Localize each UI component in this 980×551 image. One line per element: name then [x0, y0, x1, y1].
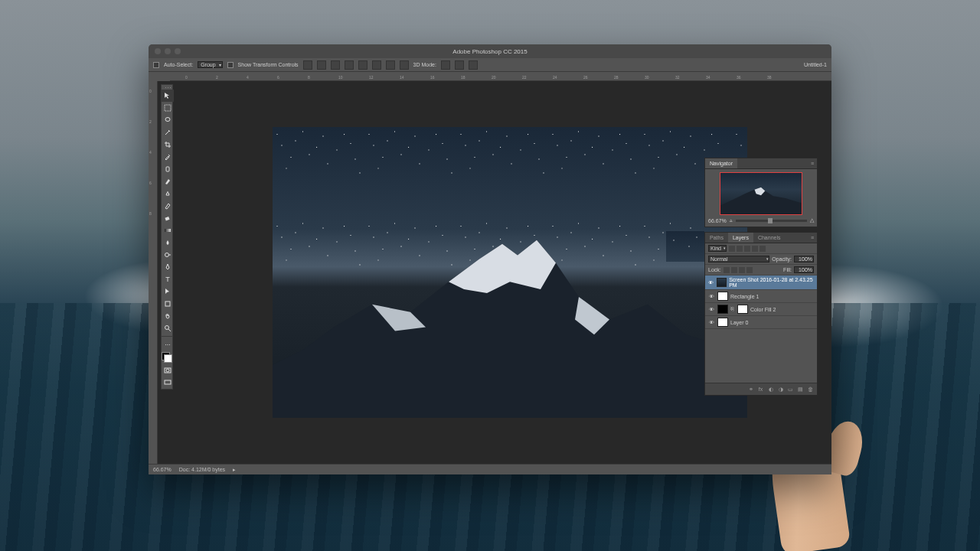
blend-mode-dropdown[interactable]: Normal	[708, 256, 769, 262]
history-brush-tool[interactable]	[162, 200, 174, 212]
filter-shape-icon[interactable]	[752, 246, 758, 252]
horizontal-ruler[interactable]: 02468101214161820222426283032343638	[170, 72, 831, 81]
navigator-menu-icon[interactable]: ≡	[808, 158, 817, 168]
channels-tab[interactable]: Channels	[753, 233, 786, 243]
lock-transparency-icon[interactable]	[724, 267, 730, 273]
layer-group-icon[interactable]: ▭	[787, 386, 794, 393]
show-transform-checkbox[interactable]	[227, 62, 234, 68]
layer-mask-thumbnail[interactable]	[737, 305, 748, 314]
zoom-tool[interactable]	[162, 322, 174, 334]
layer-row-0[interactable]: 👁 Screen Shot 2016-01-28 at 2.43.25 PM	[705, 276, 817, 290]
close-button[interactable]	[155, 48, 161, 54]
blur-tool[interactable]	[162, 236, 174, 249]
lock-all-icon[interactable]	[746, 267, 753, 273]
align-top-icon[interactable]	[345, 60, 354, 70]
distribute-h-icon[interactable]	[386, 60, 395, 70]
status-doc-info[interactable]: Doc: 4.12M/0 bytes	[179, 467, 225, 472]
layer-filter-kind[interactable]: Kind	[708, 245, 727, 252]
layer-fx-icon[interactable]: fx	[757, 386, 764, 393]
window-titlebar[interactable]: Adobe Photoshop CC 2015	[149, 44, 831, 58]
color-swatch[interactable]	[162, 352, 172, 363]
layer-thumbnail[interactable]	[717, 318, 728, 327]
layer-visibility-icon[interactable]: 👁	[707, 318, 715, 326]
mode-3d-orbit-icon[interactable]	[441, 60, 450, 70]
layer-visibility-icon[interactable]: 👁	[707, 279, 714, 286]
filter-pixel-icon[interactable]	[729, 246, 735, 252]
eyedropper-tool[interactable]	[162, 151, 174, 163]
healing-brush-tool[interactable]	[162, 163, 174, 175]
path-selection-tool[interactable]	[162, 285, 174, 298]
layer-thumbnail[interactable]	[717, 292, 728, 301]
zoom-out-icon[interactable]: ▵	[730, 217, 733, 223]
align-center-h-icon[interactable]	[317, 60, 326, 70]
layer-row-1[interactable]: 👁 Rectangle 1	[705, 290, 817, 303]
rectangle-tool[interactable]	[162, 298, 174, 310]
screen-mode-icon[interactable]	[162, 377, 174, 389]
align-right-icon[interactable]	[331, 60, 340, 70]
document-canvas[interactable]	[273, 127, 747, 418]
auto-select-checkbox[interactable]	[153, 62, 159, 68]
svg-rect-3	[165, 217, 169, 220]
gradient-tool[interactable]	[162, 224, 174, 236]
fill-input[interactable]: 100%	[794, 266, 814, 273]
eraser-tool[interactable]	[162, 212, 174, 224]
tools-panel[interactable]: T ···	[161, 84, 173, 390]
layer-name[interactable]: Color Fill 2	[750, 307, 776, 312]
layer-mask-icon[interactable]: ◐	[767, 386, 774, 393]
magic-wand-tool[interactable]	[162, 126, 174, 139]
layer-row-2[interactable]: 👁 ⛓ Color Fill 2	[705, 303, 817, 316]
layer-name[interactable]: Screen Shot 2016-01-28 at 2.43.25 PM	[729, 277, 815, 288]
mode-3d-pan-icon[interactable]	[469, 60, 478, 70]
navigator-thumbnail[interactable]	[720, 172, 802, 215]
lasso-tool[interactable]	[162, 114, 174, 126]
link-layers-icon[interactable]: ⚭	[747, 386, 754, 393]
navigator-zoom-slider[interactable]	[736, 220, 807, 222]
status-zoom[interactable]: 66.67%	[153, 467, 172, 472]
align-center-v-icon[interactable]	[358, 60, 368, 70]
paths-tab[interactable]: Paths	[705, 233, 728, 243]
svg-point-7	[165, 326, 169, 330]
layer-name[interactable]: Layer 0	[730, 320, 748, 325]
layer-row-3[interactable]: 👁 Layer 0	[705, 316, 817, 329]
vertical-ruler[interactable]: 02468	[149, 81, 158, 464]
adjustment-layer-icon[interactable]: ◑	[777, 386, 784, 393]
zoom-in-icon[interactable]: △	[810, 217, 814, 223]
filter-type-icon[interactable]	[744, 246, 750, 252]
brush-tool[interactable]	[162, 175, 174, 187]
new-layer-icon[interactable]: ▤	[797, 386, 804, 393]
layer-name[interactable]: Rectangle 1	[730, 294, 759, 299]
layer-thumbnail[interactable]	[717, 278, 727, 287]
auto-select-label: Auto-Select:	[164, 62, 193, 67]
layer-visibility-icon[interactable]: 👁	[707, 292, 715, 300]
delete-layer-icon[interactable]: 🗑	[807, 386, 814, 393]
move-tool[interactable]	[162, 90, 174, 102]
lock-position-icon[interactable]	[739, 267, 745, 273]
dodge-tool[interactable]	[162, 249, 174, 261]
align-bottom-icon[interactable]	[372, 60, 381, 70]
minimize-button[interactable]	[165, 48, 171, 54]
opacity-input[interactable]: 100%	[794, 256, 814, 262]
align-left-icon[interactable]	[303, 60, 312, 70]
mode-3d-roll-icon[interactable]	[455, 60, 464, 70]
layers-menu-icon[interactable]: ≡	[808, 233, 817, 243]
layers-tab[interactable]: Layers	[728, 233, 753, 243]
layer-visibility-icon[interactable]: 👁	[707, 305, 715, 313]
clone-stamp-tool[interactable]	[162, 187, 174, 200]
distribute-v-icon[interactable]	[400, 60, 409, 70]
layer-thumbnail[interactable]	[717, 305, 728, 314]
filter-smart-icon[interactable]	[760, 246, 766, 252]
quick-mask-icon[interactable]	[162, 364, 174, 377]
status-chevron-icon[interactable]: ▸	[233, 467, 236, 473]
maximize-button[interactable]	[175, 48, 181, 54]
filter-adjust-icon[interactable]	[737, 246, 743, 252]
marquee-tool[interactable]	[162, 102, 174, 114]
navigator-tab[interactable]: Navigator	[705, 158, 737, 168]
layers-empty-area[interactable]	[705, 329, 817, 383]
auto-select-dropdown[interactable]: Group	[198, 61, 222, 68]
edit-toolbar-icon[interactable]: ···	[162, 338, 174, 350]
type-tool[interactable]: T	[162, 273, 174, 285]
pen-tool[interactable]	[162, 261, 174, 273]
lock-image-icon[interactable]	[731, 267, 737, 273]
hand-tool[interactable]	[162, 310, 174, 322]
crop-tool[interactable]	[162, 139, 174, 151]
